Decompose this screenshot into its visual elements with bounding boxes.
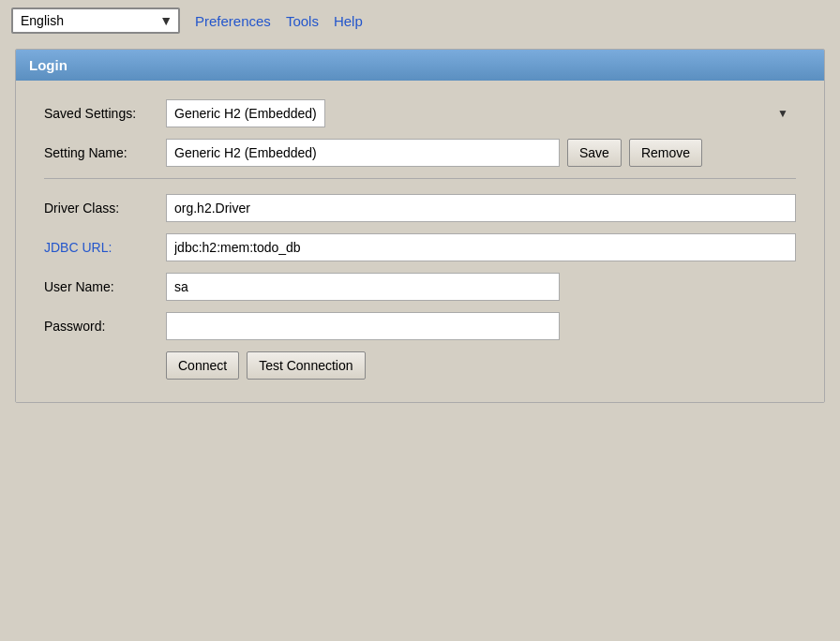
panel-title: Login bbox=[29, 57, 68, 73]
password-input[interactable] bbox=[166, 312, 560, 340]
login-panel: Login Saved Settings: Generic H2 (Embedd… bbox=[15, 49, 825, 403]
setting-name-label: Setting Name: bbox=[44, 145, 166, 160]
panel-body: Saved Settings: Generic H2 (Embedded) Ge… bbox=[16, 81, 824, 402]
saved-settings-select[interactable]: Generic H2 (Embedded) Generic H2 (Server… bbox=[166, 99, 325, 127]
driver-class-row: Driver Class: bbox=[44, 194, 796, 222]
menu-link-preferences[interactable]: Preferences bbox=[195, 13, 271, 29]
save-button[interactable]: Save bbox=[567, 139, 622, 167]
user-name-field-group bbox=[166, 273, 796, 301]
driver-class-label: Driver Class: bbox=[44, 201, 166, 216]
test-connection-button[interactable]: Test Connection bbox=[247, 351, 365, 380]
divider bbox=[44, 178, 796, 179]
jdbc-url-row: JDBC URL: bbox=[44, 233, 796, 261]
saved-settings-label: Saved Settings: bbox=[44, 106, 166, 121]
setting-name-field-group: Save Remove bbox=[166, 139, 796, 167]
password-label: Password: bbox=[44, 319, 166, 334]
saved-settings-field-group: Generic H2 (Embedded) Generic H2 (Server… bbox=[166, 99, 796, 127]
jdbc-url-input[interactable] bbox=[166, 233, 796, 261]
user-name-input[interactable] bbox=[166, 273, 560, 301]
saved-settings-select-wrapper: Generic H2 (Embedded) Generic H2 (Server… bbox=[166, 99, 796, 127]
jdbc-url-field-group bbox=[166, 233, 796, 261]
driver-class-field-group bbox=[166, 194, 796, 222]
panel-header: Login bbox=[16, 50, 824, 81]
remove-button[interactable]: Remove bbox=[629, 139, 702, 167]
password-field-group bbox=[166, 312, 796, 340]
user-name-row: User Name: bbox=[44, 273, 796, 301]
menu-link-help[interactable]: Help bbox=[334, 13, 363, 29]
language-selector-wrapper: English German French Spanish ▼ bbox=[11, 7, 180, 34]
setting-name-input[interactable] bbox=[166, 139, 560, 167]
driver-class-input[interactable] bbox=[166, 194, 796, 222]
menu-links: Preferences Tools Help bbox=[195, 13, 363, 29]
password-row: Password: bbox=[44, 312, 796, 340]
action-buttons-row: Connect Test Connection bbox=[44, 351, 796, 380]
setting-name-row: Setting Name: Save Remove bbox=[44, 139, 796, 167]
user-name-label: User Name: bbox=[44, 279, 166, 294]
menu-link-tools[interactable]: Tools bbox=[286, 13, 319, 29]
top-bar: English German French Spanish ▼ Preferen… bbox=[0, 0, 840, 41]
connect-button[interactable]: Connect bbox=[166, 351, 239, 380]
saved-settings-row: Saved Settings: Generic H2 (Embedded) Ge… bbox=[44, 99, 796, 127]
jdbc-url-label[interactable]: JDBC URL: bbox=[44, 240, 166, 255]
language-select[interactable]: English German French Spanish bbox=[11, 7, 180, 34]
